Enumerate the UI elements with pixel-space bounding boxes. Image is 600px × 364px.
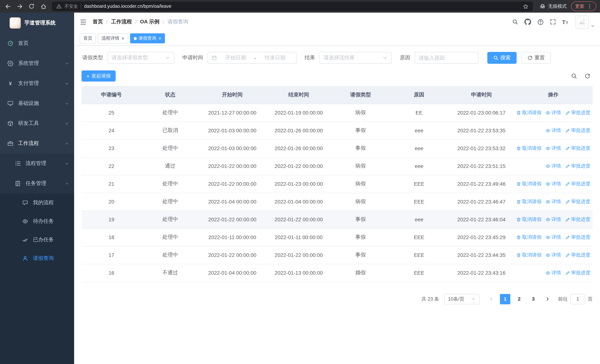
create-leave-button[interactable]: + 发起请假	[82, 70, 116, 82]
cancel-leave-link[interactable]: 取消请假	[516, 216, 542, 223]
page-button-3[interactable]: 3	[528, 294, 538, 304]
goto-page-input[interactable]	[570, 294, 585, 304]
detail-link[interactable]: 详情	[545, 145, 561, 152]
cancel-leave-link[interactable]: 取消请假	[516, 145, 542, 152]
avatar[interactable]	[575, 15, 589, 29]
progress-link[interactable]: 审批进度	[565, 252, 590, 258]
cell-applied: 2022-01-22 23:51:15	[449, 157, 514, 175]
tab-leave-query[interactable]: 请假查询×	[130, 33, 165, 43]
page-button-1[interactable]: 1	[500, 294, 510, 304]
address-bar[interactable]: 不安全 dashboard.yudao.iocoder.cn/bpm/oa/le…	[52, 1, 533, 11]
page-button-2[interactable]: 2	[514, 294, 525, 304]
cell-end: 2022-01-22 00:00:00	[265, 211, 332, 228]
reason-input[interactable]	[419, 52, 474, 63]
sidebar-item-system[interactable]: 系统管理	[0, 53, 74, 73]
sidebar-item-devtools[interactable]: 研发工具	[0, 113, 74, 133]
column-header: 申请编号	[82, 86, 141, 104]
search-icon[interactable]	[512, 19, 518, 25]
detail-link[interactable]: 详情	[545, 234, 561, 241]
cancel-leave-link[interactable]: 取消请假	[516, 180, 542, 187]
detail-link[interactable]: 详情	[545, 270, 561, 276]
reload-button[interactable]	[26, 1, 37, 12]
next-page-button[interactable]	[542, 294, 553, 304]
back-button[interactable]	[2, 1, 13, 12]
cell-start: 2022-01-03 00:00:00	[199, 121, 265, 139]
bookmark-star-icon[interactable]	[523, 3, 528, 9]
sidebar-item-my-process[interactable]: 我的流程	[0, 194, 74, 212]
result-select[interactable]: 请选择流结果	[319, 52, 392, 64]
hamburger-button[interactable]	[80, 18, 87, 25]
search-button[interactable]: 搜索	[487, 52, 517, 64]
progress-link[interactable]: 审批进度	[565, 216, 590, 223]
dashboard-icon	[7, 40, 13, 46]
page-size-select[interactable]: 10条/页	[444, 294, 479, 304]
sidebar-item-workflow[interactable]: 工作流程	[0, 133, 74, 153]
breadcrumb-item[interactable]: 首页	[93, 19, 103, 25]
detail-link[interactable]: 详情	[545, 216, 561, 223]
cell-status: 处理中	[141, 139, 199, 157]
cell-end: 2022-01-19 00:00:00	[265, 104, 332, 121]
detail-link[interactable]: 详情	[545, 180, 561, 187]
breadcrumb-item[interactable]: 工作流程	[111, 19, 132, 25]
sidebar-item-home[interactable]: 首页	[0, 33, 74, 53]
navbar-actions: TT	[512, 15, 594, 29]
user-menu[interactable]	[575, 15, 594, 29]
home-button[interactable]	[38, 1, 49, 12]
prev-page-button[interactable]	[486, 294, 496, 304]
menu-dots-icon[interactable]	[587, 4, 592, 9]
cell-start: 2022-01-22 00:00:00	[199, 246, 265, 264]
progress-link[interactable]: 审批进度	[565, 180, 590, 187]
tab-close-icon[interactable]: ×	[159, 36, 161, 41]
date-range-picker[interactable]: 开始日期 - 结束日期	[207, 52, 297, 64]
progress-link[interactable]: 审批进度	[565, 145, 590, 152]
cell-id: 19	[82, 211, 141, 228]
sidebar-item-process-management[interactable]: 流程管理	[0, 153, 74, 173]
table-refresh-icon[interactable]	[584, 73, 590, 79]
cell-applied: 2022-01-22 23:46:04	[449, 211, 514, 228]
tab-process-detail[interactable]: 流程详情×	[98, 33, 128, 43]
eye-icon	[545, 164, 550, 168]
fullscreen-icon[interactable]	[550, 19, 556, 25]
breadcrumb-separator: /	[163, 19, 164, 25]
cell-reason: eee	[389, 139, 449, 157]
cancel-leave-link[interactable]: 取消请假	[516, 198, 542, 205]
leave-type-select[interactable]: 请选择请假类型	[107, 52, 174, 64]
progress-link[interactable]: 审批进度	[565, 163, 590, 169]
breadcrumb-separator: /	[106, 19, 108, 25]
progress-link[interactable]: 审批进度	[565, 234, 590, 241]
table-search-toggle-icon[interactable]	[571, 73, 577, 79]
sidebar-item-task-management[interactable]: 任务管理	[0, 173, 74, 194]
sidebar-item-todo-tasks[interactable]: 待办任务	[0, 212, 74, 231]
github-icon[interactable]	[524, 19, 531, 25]
sidebar-item-leave-query[interactable]: 请假查询	[0, 249, 74, 268]
progress-link[interactable]: 审批进度	[565, 127, 590, 134]
cell-reason: EEE	[389, 246, 449, 264]
detail-link[interactable]: 详情	[545, 198, 561, 205]
cell-reason: eee	[389, 211, 449, 228]
detail-link[interactable]: 详情	[545, 163, 561, 169]
cell-end: 2022-01-04 00:00:00	[265, 193, 332, 211]
cell-id: 23	[82, 139, 141, 157]
chevron-down-icon	[165, 55, 170, 60]
breadcrumb-item[interactable]: OA 示例	[140, 19, 159, 25]
cancel-leave-link[interactable]: 取消请假	[516, 234, 542, 241]
progress-link[interactable]: 审批进度	[565, 270, 590, 276]
detail-link[interactable]: 详情	[545, 127, 561, 134]
tab-home[interactable]: 首页	[80, 33, 96, 43]
update-button[interactable]: 更新	[571, 1, 596, 11]
forward-button[interactable]	[14, 1, 25, 12]
cancel-leave-link[interactable]: 取消请假	[516, 109, 542, 116]
eye-icon	[545, 271, 550, 275]
sidebar-item-infrastructure[interactable]: 基础设施	[0, 93, 74, 113]
reset-button[interactable]: 重置	[521, 52, 551, 64]
progress-link[interactable]: 审批进度	[565, 198, 590, 205]
sidebar-item-done-tasks[interactable]: 已办任务	[0, 231, 74, 249]
progress-link[interactable]: 审批进度	[565, 109, 590, 116]
tab-close-icon[interactable]: ×	[122, 36, 124, 41]
font-size-icon[interactable]: TT	[562, 19, 568, 25]
detail-link[interactable]: 详情	[545, 109, 561, 116]
help-icon[interactable]	[537, 19, 544, 25]
detail-link[interactable]: 详情	[545, 252, 561, 258]
sidebar-item-payment[interactable]: ¥ 支付管理	[0, 73, 74, 93]
cancel-leave-link[interactable]: 取消请假	[516, 252, 542, 258]
